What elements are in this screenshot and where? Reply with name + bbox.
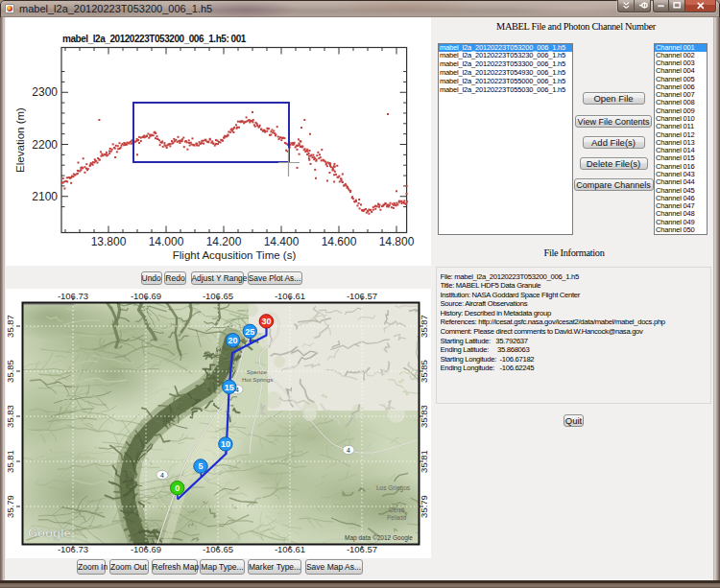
svg-text:Hot Springs: Hot Springs <box>242 376 273 383</box>
svg-text:-106.61: -106.61 <box>275 291 305 301</box>
svg-text:-106.69: -106.69 <box>131 544 161 554</box>
svg-text:Los Griegos: Los Griegos <box>376 484 411 492</box>
svg-text:Flight Acqusition Time (s): Flight Acqusition Time (s) <box>173 249 297 261</box>
svg-text:-106.65: -106.65 <box>203 291 233 301</box>
svg-text:Spence: Spence <box>247 368 268 375</box>
svg-text:0: 0 <box>175 483 180 493</box>
svg-text:13.800: 13.800 <box>91 235 127 248</box>
svg-text:20: 20 <box>228 336 238 345</box>
svg-text:-106.57: -106.57 <box>347 544 377 554</box>
svg-text:-106.73: -106.73 <box>58 291 88 301</box>
svg-text:5: 5 <box>198 461 203 471</box>
svg-text:Map data ©2012 Google: Map data ©2012 Google <box>345 534 413 542</box>
svg-text:-106.65: -106.65 <box>203 544 233 554</box>
svg-text:mabel_l2a_20120223T053200_006_: mabel_l2a_20120223T053200_006_1.h5: 001 <box>62 34 247 44</box>
svg-text:30: 30 <box>261 317 271 326</box>
svg-text:14.800: 14.800 <box>379 235 415 248</box>
svg-text:14.600: 14.600 <box>322 235 357 248</box>
svg-text:35.81: 35.81 <box>6 450 15 473</box>
svg-text:Google: Google <box>28 526 71 540</box>
svg-text:-106.57: -106.57 <box>347 291 377 301</box>
svg-text:35.87: 35.87 <box>6 315 15 338</box>
svg-text:35.85: 35.85 <box>419 360 429 383</box>
svg-text:-106.61: -106.61 <box>275 544 305 554</box>
svg-text:2200: 2200 <box>32 138 58 152</box>
svg-text:15: 15 <box>225 383 234 392</box>
svg-text:Pelado: Pelado <box>387 514 407 521</box>
svg-text:35.83: 35.83 <box>6 405 15 428</box>
svg-text:35.85: 35.85 <box>6 360 15 383</box>
svg-text:35.83: 35.83 <box>419 405 429 428</box>
svg-text:4: 4 <box>160 472 164 479</box>
svg-text:35.79: 35.79 <box>419 495 429 518</box>
svg-text:35.79: 35.79 <box>6 495 15 518</box>
svg-text:35.81: 35.81 <box>419 450 429 473</box>
svg-text:14.400: 14.400 <box>264 235 300 248</box>
svg-text:Elevation (m): Elevation (m) <box>14 107 26 173</box>
svg-text:-106.73: -106.73 <box>58 544 88 554</box>
svg-text:-106.69: -106.69 <box>131 291 161 301</box>
svg-text:14.000: 14.000 <box>149 235 184 248</box>
svg-text:25: 25 <box>245 327 254 337</box>
svg-text:35.87: 35.87 <box>419 315 429 338</box>
svg-text:14.200: 14.200 <box>206 235 242 248</box>
svg-text:10: 10 <box>221 439 230 449</box>
svg-text:2100: 2100 <box>32 190 58 203</box>
svg-text:Cerro: Cerro <box>389 506 405 513</box>
svg-text:2300: 2300 <box>32 85 58 99</box>
svg-text:4: 4 <box>347 447 350 454</box>
